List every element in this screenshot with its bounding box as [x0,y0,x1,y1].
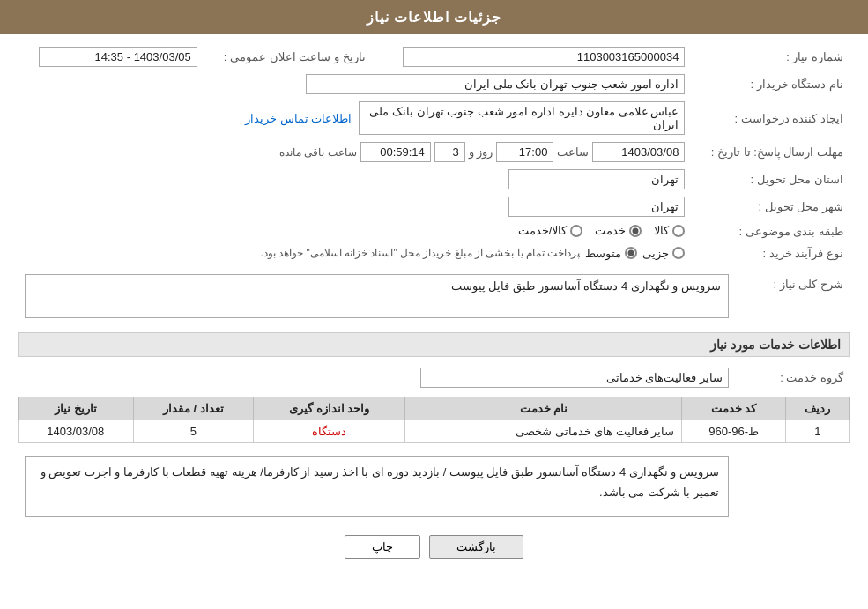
page-wrapper: جزئیات اطلاعات نیاز شماره نیاز : 1103003… [0,0,868,609]
category-radio-group: کالا خدمت کالا/خدمت [518,224,686,237]
col-header-row: ردیف [785,397,849,420]
buyer-desc-label [736,452,850,521]
deadline-time: 17:00 [496,142,553,162]
cell-code: ط-96-960 [682,420,785,442]
deadline-days: 3 [434,142,465,162]
services-table-header-row: ردیف کد خدمت نام خدمت واحد اندازه گیری ت… [19,397,850,420]
radio-medium-icon [625,247,637,259]
services-section-title: اطلاعات خدمات مورد نیاز [18,332,850,357]
need-desc-label: شرح کلی نیاز : [736,271,850,322]
creator-value: عباس غلامی معاون دایره اداره امور شعب جن… [359,101,685,135]
process-type-row: جزیی متوسط پرداخت تمام یا بخشی از مبلغ خ… [25,247,685,260]
col-header-name: نام خدمت [405,397,682,420]
back-button[interactable]: بازگشت [429,535,523,559]
announcer-label: تاریخ و ساعت اعلان عمومی : [204,43,373,71]
need-desc-value: سرویس و نگهداری 4 دستگاه آسانسور طبق فای… [25,274,729,318]
cell-qty: 5 [133,420,254,442]
need-desc-table: شرح کلی نیاز : سرویس و نگهداری 4 دستگاه … [18,271,850,322]
radio-item-both: کالا/خدمت [518,224,583,237]
row-service-group: گروه خدمت : سایر فعالیت‌های خدماتی [18,364,850,391]
cat-option2-label: خدمت [595,224,626,237]
proc-option1-label: جزیی [642,247,669,260]
services-table: ردیف کد خدمت نام خدمت واحد اندازه گیری ت… [18,397,850,443]
process-label: نوع فرآیند خرید : [692,243,850,264]
table-row: 1 ط-96-960 سایر فعالیت های خدماتی شخصی د… [19,420,850,442]
row-need-desc: شرح کلی نیاز : سرویس و نگهداری 4 دستگاه … [18,271,850,322]
row-buyer-desc: سرویس و نگهداری 4 دستگاه آسانسور طبق فای… [18,452,850,521]
province-label: استان محل تحویل : [692,166,850,193]
deadline-time-label: ساعت [557,145,589,159]
info-table: شماره نیاز : 1103003165000034 تاریخ و سا… [18,43,850,264]
radio-partial-icon [672,247,685,259]
row-process-type: نوع فرآیند خرید : جزیی متوسط پرداخت [18,243,850,264]
category-label: طبقه بندی موضوعی : [692,220,850,243]
province-value: تهران [508,169,685,189]
print-button[interactable]: چاپ [345,535,420,559]
remaining-label: ساعت باقی مانده [279,146,357,159]
cell-row: 1 [785,420,849,442]
col-header-qty: تعداد / مقدار [133,397,254,420]
row-buyer-org: نام دستگاه خریدار : اداره امور شعب جنوب … [18,71,850,98]
row-province: استان محل تحویل : تهران [18,166,850,193]
radio-item-medium: متوسط [585,247,637,260]
radio-item-goods: کالا [654,224,685,237]
need-number-value: 1103003165000034 [403,47,685,67]
announcer-date-value: 1403/03/05 - 14:35 [39,47,197,67]
col-header-date: تاریخ نیاز [19,397,134,420]
radio-item-service: خدمت [595,224,642,237]
proc-desc: پرداخت تمام یا بخشی از مبلغ خریداز محل "… [261,247,581,259]
header-title: جزئیات اطلاعات نیاز [367,10,502,25]
cat-option1-label: کالا [654,224,669,237]
creator-label: ایجاد کننده درخواست : [692,98,850,138]
buyer-desc-table: سرویس و نگهداری 4 دستگاه آسانسور طبق فای… [18,452,850,521]
cell-date: 1403/03/08 [19,420,134,442]
radio-service-icon [629,225,642,237]
need-number-label: شماره نیاز : [692,43,850,71]
service-group-table: گروه خدمت : سایر فعالیت‌های خدماتی [18,364,850,391]
contact-link[interactable]: اطلاعات تماس خریدار [245,112,352,125]
row-city: شهر محل تحویل : تهران [18,193,850,220]
service-group-label: گروه خدمت : [736,364,850,391]
page-header: جزئیات اطلاعات نیاز [0,0,868,34]
radio-item-partial: جزیی [642,247,685,260]
cell-unit: دستگاه [254,420,405,442]
col-header-unit: واحد اندازه گیری [254,397,405,420]
deadline-label: مهلت ارسال پاسخ: تا تاریخ : [692,138,850,166]
row-creator: ایجاد کننده درخواست : عباس غلامی معاون د… [18,98,850,138]
deadline-day-label: روز و [469,145,493,159]
cat-option3-label: کالا/خدمت [518,224,568,237]
row-category: طبقه بندی موضوعی : کالا خدمت [18,220,850,243]
radio-both-icon [570,225,582,237]
row-deadline: مهلت ارسال پاسخ: تا تاریخ : 1403/03/08 س… [18,138,850,166]
main-content: شماره نیاز : 1103003165000034 تاریخ و سا… [0,34,868,576]
buyer-org-label: نام دستگاه خریدار : [692,71,850,98]
proc-option2-label: متوسط [585,247,621,260]
service-group-value: سایر فعالیت‌های خدماتی [420,368,729,388]
col-header-code: کد خدمت [682,397,785,420]
buttons-row: بازگشت چاپ [18,535,850,559]
city-label: شهر محل تحویل : [692,193,850,220]
row-need-number: شماره نیاز : 1103003165000034 تاریخ و سا… [18,43,850,71]
buyer-desc-value: سرویس و نگهداری 4 دستگاه آسانسور طبق فای… [25,456,729,517]
cell-name: سایر فعالیت های خدماتی شخصی [405,420,682,442]
city-value: تهران [508,197,685,217]
remaining-time: 00:59:14 [360,142,431,162]
radio-goods-icon [672,225,685,237]
deadline-date: 1403/03/08 [592,142,685,162]
buyer-org-value: اداره امور شعب جنوب تهران بانک ملی ایران [306,74,685,94]
